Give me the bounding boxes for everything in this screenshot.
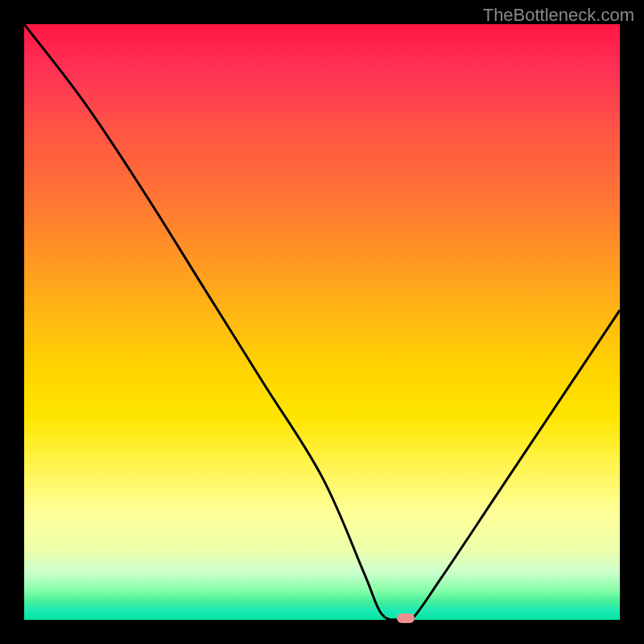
optimal-point-marker <box>397 613 415 623</box>
chart-curve-svg <box>24 24 620 620</box>
bottleneck-curve-path <box>24 24 620 620</box>
attribution-text: TheBottleneck.com <box>483 5 634 26</box>
